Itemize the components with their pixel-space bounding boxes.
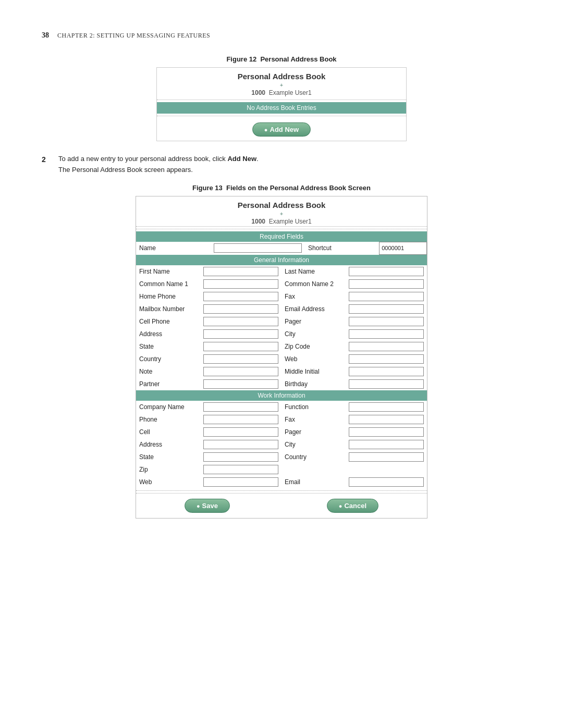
widget-footer: ●Add New — [157, 118, 406, 141]
figure12-label: Figure 12 Personal Address Book — [226, 55, 336, 63]
common-name1-label: Common Name 1 — [136, 278, 200, 290]
city-input[interactable] — [349, 329, 424, 339]
table-row: Cell Phone Pager — [136, 315, 427, 328]
table-row: Name Shortcut 0000001 — [136, 242, 427, 254]
state-input[interactable] — [203, 342, 278, 351]
last-name-label: Last Name — [282, 265, 346, 278]
common-name1-input[interactable] — [203, 279, 278, 289]
shortcut-label: Shortcut — [305, 242, 380, 254]
form-plus-icon: + — [280, 211, 283, 217]
figure12-widget: Personal Address Book + 1000 Example Use… — [156, 67, 407, 141]
table-row: Phone Fax — [136, 413, 427, 426]
state-label: State — [136, 340, 200, 353]
first-name-input[interactable] — [203, 267, 278, 276]
cell-phone-label: Cell Phone — [136, 315, 200, 328]
email-address-label: Email Address — [282, 303, 346, 315]
figure13-label: Figure 13 Fields on the Personal Address… — [192, 184, 371, 192]
table-row: Company Name Function — [136, 401, 427, 413]
address-input[interactable] — [203, 329, 278, 339]
birthday-label: Birthday — [282, 378, 346, 390]
table-row: Web Email — [136, 476, 427, 488]
first-name-label: First Name — [136, 265, 200, 278]
fax-input[interactable] — [349, 292, 424, 301]
work-country-label: Country — [282, 451, 346, 463]
table-row: Country Web — [136, 353, 427, 365]
table-row: First Name Last Name — [136, 265, 427, 278]
work-country-input[interactable] — [349, 452, 424, 462]
work-fax-label: Fax — [282, 413, 346, 426]
chapter-title: Chapter 2: Setting up Messaging Features — [57, 32, 210, 40]
table-row: Address City — [136, 328, 427, 340]
work-pager-label: Pager — [282, 426, 346, 438]
work-state-label: State — [136, 451, 200, 463]
home-phone-input[interactable] — [203, 292, 278, 301]
common-name2-input[interactable] — [349, 279, 424, 289]
pager-label: Pager — [282, 315, 346, 328]
add-icon: ● — [264, 127, 268, 133]
mailbox-number-label: Mailbox Number — [136, 303, 200, 315]
section2-text: 2 To add a new entry to your personal ad… — [42, 154, 521, 176]
widget-subtitle: 1000 Example User1 — [159, 89, 404, 96]
table-row: Note Middle Initial — [136, 365, 427, 378]
birthday-input[interactable] — [349, 379, 424, 389]
widget-header: Personal Address Book + 1000 Example Use… — [157, 68, 406, 97]
middle-initial-label: Middle Initial — [282, 365, 346, 378]
name-input[interactable] — [214, 243, 302, 253]
company-name-label: Company Name — [136, 401, 200, 413]
work-state-input[interactable] — [203, 452, 278, 462]
work-zip-input[interactable] — [203, 465, 278, 474]
work-phone-label: Phone — [136, 413, 200, 426]
figure13-widget: Personal Address Book + 1000 Example Use… — [136, 196, 427, 519]
no-entries-row: No Address Book Entries — [157, 102, 406, 114]
general-info-header: General Information — [136, 255, 427, 265]
save-button[interactable]: ●Save — [185, 499, 230, 513]
work-address-label: Address — [136, 438, 200, 451]
work-email-input[interactable] — [349, 477, 424, 487]
home-phone-label: Home Phone — [136, 290, 200, 303]
form-widget-subtitle: 1000 Example User1 — [138, 218, 425, 225]
add-new-button[interactable]: ●Add New — [252, 122, 311, 137]
shortcut-value: 0000001 — [380, 242, 427, 254]
work-web-input[interactable] — [203, 477, 278, 487]
function-input[interactable] — [349, 402, 424, 412]
partner-input[interactable] — [203, 379, 278, 389]
zip-code-label: Zip Code — [282, 340, 346, 353]
required-fields-table: Name Shortcut 0000001 — [136, 242, 427, 255]
function-label: Function — [282, 401, 346, 413]
general-fields-table: First Name Last Name Common Name 1 Commo… — [136, 265, 427, 390]
work-zip-label: Zip — [136, 463, 200, 476]
work-web-label: Web — [136, 476, 200, 488]
fax-label: Fax — [282, 290, 346, 303]
note-input[interactable] — [203, 367, 278, 376]
required-fields-header: Required Fields — [136, 231, 427, 242]
work-email-label: Email — [282, 476, 346, 488]
work-city-input[interactable] — [349, 440, 424, 449]
company-name-input[interactable] — [203, 402, 278, 412]
email-address-input[interactable] — [349, 304, 424, 314]
table-row: Mailbox Number Email Address — [136, 303, 427, 315]
country-label: Country — [136, 353, 200, 365]
last-name-input[interactable] — [349, 267, 424, 276]
work-fax-input[interactable] — [349, 415, 424, 424]
table-row: Partner Birthday — [136, 378, 427, 390]
web-input[interactable] — [349, 354, 424, 364]
work-cell-input[interactable] — [203, 427, 278, 437]
cancel-button[interactable]: ●Cancel — [327, 499, 378, 513]
save-icon: ● — [197, 503, 200, 509]
middle-initial-input[interactable] — [349, 367, 424, 376]
mailbox-number-input[interactable] — [203, 304, 278, 314]
cell-phone-input[interactable] — [203, 317, 278, 326]
table-row: Common Name 1 Common Name 2 — [136, 278, 427, 290]
work-phone-input[interactable] — [203, 415, 278, 424]
cancel-icon: ● — [339, 503, 342, 509]
country-input[interactable] — [203, 354, 278, 364]
work-address-input[interactable] — [203, 440, 278, 449]
table-row: Address City — [136, 438, 427, 451]
name-input-cell — [211, 242, 305, 254]
zip-code-input[interactable] — [349, 342, 424, 351]
work-pager-input[interactable] — [349, 427, 424, 437]
city-label: City — [282, 328, 346, 340]
form-widget-header: Personal Address Book + 1000 Example Use… — [136, 196, 427, 227]
pager-input[interactable] — [349, 317, 424, 326]
table-row: Home Phone Fax — [136, 290, 427, 303]
